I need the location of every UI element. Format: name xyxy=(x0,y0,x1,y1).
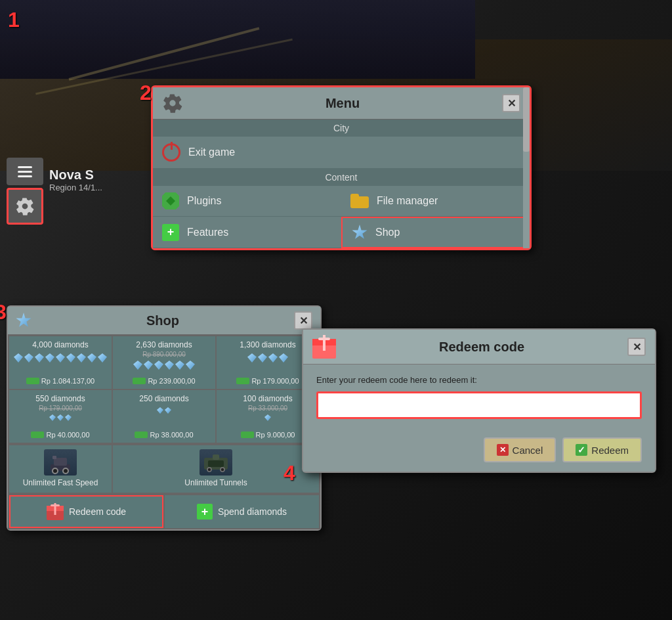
shop-item-4000-name: 4,000 diamonds xyxy=(32,340,88,349)
shop-item-1300-price: Rp 179.000,00 xyxy=(236,377,299,385)
spend-diamonds-label: Spend diamonds xyxy=(218,506,287,517)
menu-item-shop[interactable]: Shop xyxy=(341,217,530,248)
plugins-label: Plugins xyxy=(187,195,221,207)
gear-icon xyxy=(15,196,35,216)
step-3-badge: 3 xyxy=(0,300,7,324)
menu-item-features[interactable]: + Features xyxy=(153,217,341,248)
menu-title: Menu xyxy=(183,96,502,111)
cancel-button[interactable]: ✕ Cancel xyxy=(484,437,556,462)
redeem-title-gift-icon xyxy=(312,335,336,359)
menu-dialog: 2 Menu ✕ City Exit game Content Plugins … xyxy=(151,85,532,250)
shop-item-550-name: 550 diamonds xyxy=(35,394,85,403)
money-icon-5 xyxy=(135,432,148,438)
shop-item-2630-price: Rp 239.000,00 xyxy=(133,377,195,385)
fast-speed-label: Unlimited Fast Speed xyxy=(23,478,98,487)
menu-close-button[interactable]: ✕ xyxy=(502,94,520,112)
shop-item-550-subprice: Rp 179.000,00 xyxy=(39,405,82,412)
server-region: Region 14/1... xyxy=(49,183,102,192)
shop-item-4000[interactable]: 4,000 diamonds Rp 1.084.137,00 xyxy=(9,336,112,389)
svg-rect-2 xyxy=(52,456,56,459)
svg-rect-6 xyxy=(208,460,224,467)
shop-item-550-diamonds xyxy=(49,414,72,421)
shop-item-4000-diamonds xyxy=(14,353,107,363)
shop-item-2630-name: 2,630 diamonds xyxy=(136,340,192,349)
redeem-body: Enter your redeem code here to redeem it… xyxy=(303,365,655,430)
redeem-label: Redeem xyxy=(591,445,629,456)
features-label: Features xyxy=(187,227,228,238)
svg-point-8 xyxy=(207,468,211,472)
left-sidebar xyxy=(7,158,43,225)
menu-content-grid: Plugins File manager + Features Shop xyxy=(153,186,530,248)
redeem-button[interactable]: ✓ Redeem xyxy=(562,437,642,462)
redeem-close-button[interactable]: ✕ xyxy=(627,338,646,356)
server-info: Nova S Region 14/1... xyxy=(49,167,102,192)
money-icon xyxy=(26,378,39,384)
shop-item-550-price: Rp 40.000,00 xyxy=(31,431,89,439)
money-icon-3 xyxy=(236,378,249,384)
redeem-code-label: Redeem code xyxy=(69,506,126,517)
redeem-titlebar: Redeem code ✕ xyxy=(303,330,655,365)
shop-item-fast-speed[interactable]: Unlimited Fast Speed xyxy=(9,445,112,493)
fast-speed-icon xyxy=(44,449,77,476)
folder-icon xyxy=(350,194,369,208)
money-icon-6 xyxy=(241,432,254,438)
shop-title-diamond-icon xyxy=(16,313,32,328)
step-1-badge: 1 xyxy=(8,8,20,32)
shop-titlebar: Shop ✕ xyxy=(8,307,320,335)
exit-game-label: Exit game xyxy=(188,146,235,158)
shop-item-4000-price: Rp 1.084.137,00 xyxy=(26,377,94,385)
menu-section-content: Content xyxy=(153,169,530,186)
shop-item-2630[interactable]: 2,630 diamonds Rp 890.000,00 Rp 239.000,… xyxy=(113,336,215,389)
shop-item-2630-diamonds xyxy=(133,361,195,370)
shop-item-250-diamonds xyxy=(157,407,171,414)
redeem-title: Redeem code xyxy=(336,340,627,355)
settings-button[interactable] xyxy=(7,188,43,225)
menu-scrollbar[interactable] xyxy=(523,87,530,248)
redeem-buttons: ✕ Cancel ✓ Redeem xyxy=(303,430,655,472)
tunnel-icon xyxy=(200,449,232,476)
hamburger-icon xyxy=(18,166,32,177)
menu-titlebar: Menu ✕ xyxy=(153,87,530,120)
shop-close-button[interactable]: ✕ xyxy=(294,311,312,330)
redeem-instruction: Enter your redeem code here to redeem it… xyxy=(316,375,642,385)
shop-item-550[interactable]: 550 diamonds Rp 179.000,00 Rp 40.000,00 xyxy=(9,390,112,443)
shop-action-row: Redeem code + Spend diamonds xyxy=(8,494,320,529)
shop-item-100-price: Rp 9.000,00 xyxy=(241,431,295,439)
shop-item-250[interactable]: 250 diamonds Rp 38.000,00 xyxy=(113,390,215,443)
server-name: Nova S xyxy=(49,167,102,183)
redeem-code-input[interactable] xyxy=(316,391,642,419)
menu-item-exit[interactable]: Exit game xyxy=(153,137,530,169)
svg-point-9 xyxy=(220,468,224,472)
spend-diamonds-icon: + xyxy=(197,504,213,520)
cancel-label: Cancel xyxy=(513,445,543,456)
redeem-gift-icon xyxy=(47,503,64,520)
shop-label: Shop xyxy=(375,227,400,238)
features-icon: + xyxy=(162,224,179,241)
step-2-badge: 2 xyxy=(140,81,152,105)
shop-item-100-diamonds xyxy=(264,414,271,421)
svg-point-4 xyxy=(63,468,68,474)
redeem-dialog: 4 Redeem code ✕ Enter your redeem code h… xyxy=(302,328,656,473)
shop-diamond-icon xyxy=(352,225,368,240)
shop-item-100-name: 100 diamonds xyxy=(243,394,292,403)
tunnels-label: Unlimited Tunnels xyxy=(184,478,247,487)
money-icon-4 xyxy=(31,432,44,438)
spend-diamonds-button[interactable]: + Spend diamonds xyxy=(165,495,319,528)
shop-item-1300-name: 1,300 diamonds xyxy=(240,340,295,349)
shop-special-row: Unlimited Fast Speed Unlimited Tunnels xyxy=(8,444,320,494)
menu-button[interactable] xyxy=(7,158,43,185)
svg-point-3 xyxy=(52,468,58,474)
menu-item-file-manager[interactable]: File manager xyxy=(341,186,530,217)
shop-item-2630-subprice: Rp 890.000,00 xyxy=(142,351,186,358)
redeem-code-button[interactable]: Redeem code xyxy=(9,495,163,528)
shop-item-1300-diamonds xyxy=(247,353,288,363)
redeem-check-icon: ✓ xyxy=(576,444,587,456)
shop-item-100-subprice: Rp 33.000,00 xyxy=(248,405,287,412)
menu-item-plugins[interactable]: Plugins xyxy=(153,186,341,217)
shop-item-250-price: Rp 38.000,00 xyxy=(135,431,193,439)
money-icon-2 xyxy=(133,378,146,384)
shop-item-250-name: 250 diamonds xyxy=(139,394,188,403)
step-4-badge: 4 xyxy=(284,461,295,485)
plugins-icon xyxy=(162,192,179,210)
shop-items-grid: 4,000 diamonds Rp 1.084.137,00 2,630 dia… xyxy=(8,335,320,444)
